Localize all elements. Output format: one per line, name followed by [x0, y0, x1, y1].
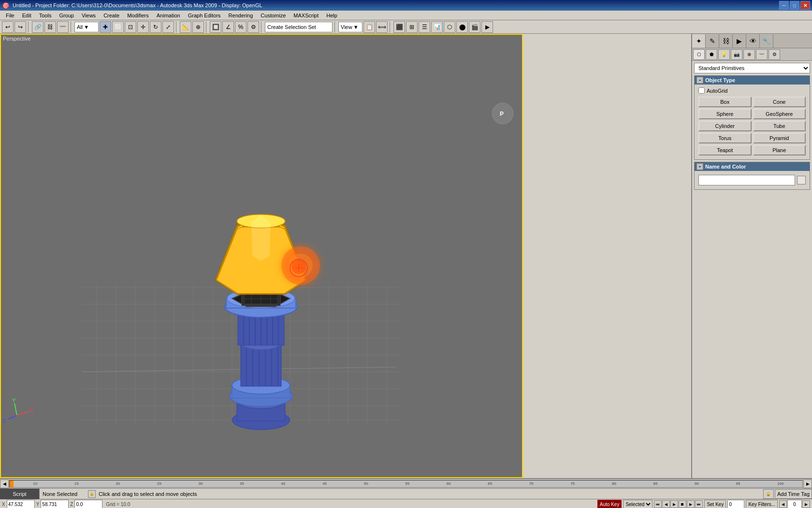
teapot-button[interactable]: Teapot: [698, 145, 752, 155]
menu-graph-editors[interactable]: Graph Editors: [184, 12, 225, 19]
select-button[interactable]: ✚: [100, 21, 111, 33]
x-input[interactable]: [7, 500, 35, 508]
motion-tab[interactable]: ▶: [733, 34, 746, 48]
primitive-type-dropdown[interactable]: Standard Primitives: [694, 63, 810, 73]
menu-maxscript[interactable]: MAXScript: [290, 12, 322, 19]
object-name-input[interactable]: [698, 175, 795, 185]
menu-file[interactable]: File: [2, 12, 18, 19]
menu-tools[interactable]: Tools: [35, 12, 56, 19]
menu-animation[interactable]: Animation: [153, 12, 184, 19]
snap-toggle[interactable]: 🔲: [210, 21, 221, 33]
auto-key-button[interactable]: Auto Key: [597, 500, 622, 508]
menu-create[interactable]: Create: [100, 12, 123, 19]
geosphere-button[interactable]: GeoSphere: [753, 109, 806, 119]
viewport[interactable]: Perspective: [0, 34, 523, 478]
spinner-snap[interactable]: ⚙: [247, 21, 259, 33]
time-range-next[interactable]: ▶: [802, 500, 810, 508]
timeline-prev-button[interactable]: ◀: [0, 480, 9, 488]
angle-snap[interactable]: ∠: [222, 21, 234, 33]
menu-group[interactable]: Group: [55, 12, 78, 19]
timeline-scrubber[interactable]: [10, 480, 14, 487]
time-value-input[interactable]: [787, 500, 802, 508]
selected-dropdown[interactable]: Selected: [623, 500, 652, 508]
select-move-button[interactable]: ✛: [137, 21, 149, 33]
object-type-header[interactable]: - Object Type: [695, 76, 810, 85]
cone-button[interactable]: Cone: [753, 97, 806, 107]
window-crossing-button[interactable]: ⊡: [125, 21, 136, 33]
view-dropdown[interactable]: View ▼: [338, 22, 362, 32]
reference-coord-dropdown[interactable]: 📐: [180, 21, 191, 33]
menu-customize[interactable]: Customize: [257, 12, 290, 19]
percent-snap[interactable]: %: [235, 21, 246, 33]
transform-gizmo-btn[interactable]: ⊕: [192, 21, 204, 33]
z-input[interactable]: [74, 500, 102, 508]
script-button[interactable]: Script: [0, 489, 40, 499]
box-button[interactable]: Box: [698, 97, 752, 107]
name-color-header[interactable]: - Name and Color: [695, 162, 810, 171]
align-options-button[interactable]: ⊞: [406, 21, 418, 33]
stop-button[interactable]: ⏹: [679, 500, 686, 508]
menu-views[interactable]: Views: [78, 12, 100, 19]
timeline-track[interactable]: 10152025 30354045 50556065 70758085 9095…: [9, 480, 803, 488]
minimize-button[interactable]: ─: [779, 1, 789, 10]
goto-start-button[interactable]: ⏮: [654, 500, 662, 508]
maximize-button[interactable]: □: [790, 1, 799, 10]
prev-frame-button[interactable]: ◀: [662, 500, 670, 508]
hierarchy-tab[interactable]: ⛓: [719, 34, 733, 48]
layer-manager-button[interactable]: ☰: [419, 21, 430, 33]
geometry-subtab[interactable]: ⬡: [693, 49, 705, 60]
select-scale-button[interactable]: ⤢: [162, 21, 174, 33]
y-input[interactable]: [41, 500, 69, 508]
torus-button[interactable]: Torus: [698, 133, 752, 143]
spacewarps-subtab[interactable]: 〰: [756, 49, 768, 60]
cylinder-button[interactable]: Cylinder: [698, 121, 752, 131]
curve-editor-button[interactable]: 📊: [431, 21, 443, 33]
rollout-collapse-icon[interactable]: -: [696, 77, 703, 84]
create-selection-set-input[interactable]: [265, 22, 333, 32]
name-color-collapse-icon[interactable]: -: [696, 163, 703, 170]
undo-button[interactable]: ↩: [2, 21, 14, 33]
next-frame-button[interactable]: ▶: [687, 500, 695, 508]
selection-lock-button[interactable]: 🔒: [763, 489, 774, 499]
autogrid-checkbox[interactable]: [698, 87, 705, 94]
menu-rendering[interactable]: Rendering: [225, 12, 257, 19]
select-region-button[interactable]: ⬜: [112, 21, 124, 33]
menu-help[interactable]: Help: [322, 12, 341, 19]
select-rotate-button[interactable]: ↻: [150, 21, 161, 33]
color-swatch[interactable]: [797, 176, 806, 184]
play-button[interactable]: ▶: [670, 500, 678, 508]
lights-subtab[interactable]: 💡: [718, 49, 730, 60]
menu-edit[interactable]: Edit: [18, 12, 35, 19]
select-link-button[interactable]: 🔗: [32, 21, 44, 33]
quick-render-button[interactable]: ▶: [481, 21, 493, 33]
close-button[interactable]: ✕: [800, 1, 810, 10]
create-tab[interactable]: ✦: [692, 34, 706, 48]
shapes-subtab[interactable]: ⬟: [706, 49, 717, 60]
key-filters-button[interactable]: Key Filters...: [746, 500, 778, 508]
material-editor-button[interactable]: ⬤: [456, 21, 468, 33]
display-tab[interactable]: 👁: [746, 34, 760, 48]
systems-subtab[interactable]: ⚙: [768, 49, 780, 60]
frame-input[interactable]: [727, 500, 744, 508]
timeline-next-button[interactable]: ▶: [803, 480, 812, 488]
set-key-button[interactable]: Set Key: [704, 500, 726, 508]
mirror-button[interactable]: ⟺: [376, 21, 388, 33]
named-selection-button[interactable]: 📋: [363, 21, 375, 33]
cameras-subtab[interactable]: 📷: [731, 49, 742, 60]
pyramid-button[interactable]: Pyramid: [753, 133, 806, 143]
modify-tab[interactable]: ✎: [706, 34, 719, 48]
redo-button[interactable]: ↪: [14, 21, 26, 33]
bind-to-space-warp[interactable]: 〰: [57, 21, 69, 33]
sphere-button[interactable]: Sphere: [698, 109, 752, 119]
unlink-button[interactable]: ⛓: [44, 21, 56, 33]
time-range-prev[interactable]: ◀: [779, 500, 787, 508]
render-scene-button[interactable]: 🎬: [469, 21, 480, 33]
goto-end-button[interactable]: ⏭: [695, 500, 703, 508]
schematic-view-button[interactable]: ⬡: [444, 21, 455, 33]
align-button[interactable]: ⬛: [393, 21, 405, 33]
add-time-tag-button[interactable]: Add Time Tag: [775, 489, 812, 499]
tube-button[interactable]: Tube: [753, 121, 806, 131]
utilities-tab[interactable]: 🔧: [760, 34, 773, 48]
plane-button[interactable]: Plane: [753, 145, 806, 155]
filter-dropdown[interactable]: All ▼: [74, 22, 99, 32]
